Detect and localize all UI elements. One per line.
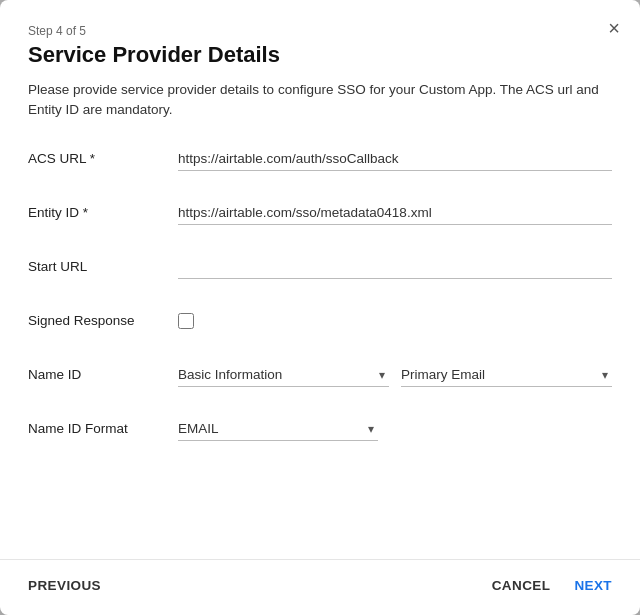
- name-id-format-select[interactable]: EMAILUNSPECIFIEDPERSISTENTTRANSIENT: [178, 417, 378, 441]
- cancel-button[interactable]: CANCEL: [492, 578, 551, 593]
- modal-footer: PREVIOUS CANCEL NEXT: [0, 559, 640, 615]
- name-id-format-row: Name ID Format EMAILUNSPECIFIEDPERSISTEN…: [28, 411, 612, 447]
- previous-button[interactable]: PREVIOUS: [28, 578, 101, 593]
- signed-response-label: Signed Response: [28, 313, 178, 328]
- start-url-row: Start URL: [28, 249, 612, 285]
- modal-title: Service Provider Details: [28, 42, 612, 68]
- modal-container: × Step 4 of 5 Service Provider Details P…: [0, 0, 640, 615]
- entity-id-label: Entity ID *: [28, 205, 178, 220]
- primary-email-select[interactable]: Primary Email: [401, 363, 612, 387]
- modal-header: Step 4 of 5 Service Provider Details Ple…: [0, 0, 640, 141]
- basic-info-select[interactable]: Basic Information: [178, 363, 389, 387]
- acs-url-row: ACS URL *: [28, 141, 612, 177]
- acs-url-input[interactable]: [178, 147, 612, 171]
- next-button[interactable]: NEXT: [574, 578, 612, 593]
- footer-right: CANCEL NEXT: [492, 578, 612, 593]
- entity-id-input[interactable]: [178, 201, 612, 225]
- step-label: Step 4 of 5: [28, 24, 612, 38]
- signed-response-checkbox[interactable]: [178, 313, 194, 329]
- name-id-selects: Basic Information ▾ Primary Email ▾: [178, 363, 612, 387]
- modal-body: ACS URL * Entity ID * Start URL Signed R…: [0, 141, 640, 560]
- name-id-label: Name ID: [28, 367, 178, 382]
- start-url-input[interactable]: [178, 255, 612, 279]
- close-button[interactable]: ×: [608, 18, 620, 38]
- primary-email-select-wrapper: Primary Email ▾: [401, 363, 612, 387]
- start-url-label: Start URL: [28, 259, 178, 274]
- name-id-format-label: Name ID Format: [28, 421, 178, 436]
- signed-response-checkbox-wrapper: [178, 313, 194, 329]
- entity-id-row: Entity ID *: [28, 195, 612, 231]
- modal-description: Please provide service provider details …: [28, 80, 612, 121]
- signed-response-row: Signed Response: [28, 303, 612, 339]
- name-id-format-select-wrapper: EMAILUNSPECIFIEDPERSISTENTTRANSIENT ▾: [178, 417, 378, 441]
- basic-info-select-wrapper: Basic Information ▾: [178, 363, 389, 387]
- name-id-row: Name ID Basic Information ▾ Primary Emai…: [28, 357, 612, 393]
- acs-url-label: ACS URL *: [28, 151, 178, 166]
